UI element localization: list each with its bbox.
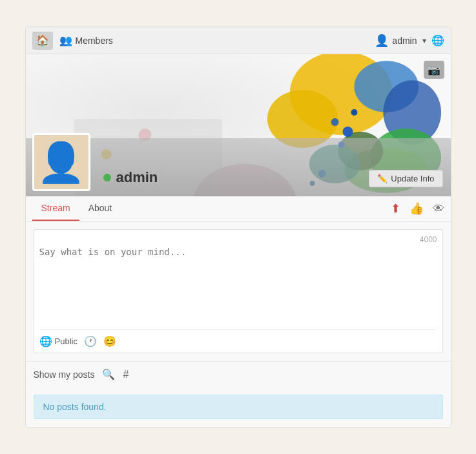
profile-bottom: 👤 admin ✏️ Update Info (26, 138, 451, 196)
privacy-label: Public (55, 336, 78, 346)
about-tab-label: About (88, 203, 112, 213)
update-info-button[interactable]: ✏️ Update Info (369, 170, 442, 187)
show-posts-row: Show my posts 🔍 # (26, 361, 451, 387)
globe-icon: 🌐 (39, 335, 52, 347)
page-wrapper: 🏠 👥 Members 👤 admin ▾ 🌐 (25, 26, 451, 428)
post-box: 4000 🌐 Public 🕐 😊 (34, 229, 443, 353)
profile-info: admin (103, 169, 158, 186)
post-toolbar: 🌐 Public 🕐 😊 (39, 329, 437, 347)
home-button[interactable]: 🏠 (32, 32, 53, 50)
no-posts-text: No posts found. (43, 402, 107, 412)
search-posts-icon[interactable]: 🔍 (102, 368, 115, 380)
update-info-label: Update Info (391, 174, 434, 183)
emoji-picker[interactable]: 😊 (103, 335, 116, 347)
members-icon: 👥 (59, 34, 72, 46)
post-section: 4000 🌐 Public 🕐 😊 (26, 222, 451, 361)
camera-icon: 📷 (428, 64, 440, 76)
nav-dropdown-icon[interactable]: ▾ (422, 36, 426, 45)
cover-area: 📷 👤 admin ✏️ Update Info (26, 54, 451, 196)
admin-avatar-icon: 👤 (375, 34, 389, 48)
home-icon: 🏠 (36, 34, 49, 46)
nav-right: 👤 admin ▾ 🌐 (375, 34, 444, 48)
svg-point-11 (331, 118, 338, 126)
nav-globe-icon[interactable]: 🌐 (431, 34, 444, 46)
emoji-icon: 😊 (103, 335, 116, 347)
tab-actions: ⬆ 👍 👁 (391, 201, 444, 216)
avatar-silhouette-icon: 👤 (37, 139, 85, 185)
activity-picker[interactable]: 🕐 (84, 335, 97, 347)
stream-tab-label: Stream (41, 203, 70, 213)
svg-point-12 (351, 109, 357, 116)
members-label: Members (76, 36, 113, 46)
profile-name: admin (116, 169, 158, 186)
show-my-posts-button[interactable]: Show my posts (34, 369, 95, 380)
view-icon[interactable]: 👁 (433, 202, 444, 216)
online-status-dot (103, 174, 111, 181)
profile-avatar: 👤 (32, 133, 90, 191)
tabs-row: Stream About ⬆ 👍 👁 (26, 196, 451, 222)
no-posts-message: No posts found. (34, 395, 443, 419)
hashtag-posts-icon[interactable]: # (123, 369, 129, 380)
top-nav: 🏠 👥 Members 👤 admin ▾ 🌐 (26, 27, 451, 54)
share-icon[interactable]: ⬆ (391, 201, 400, 216)
pencil-icon: ✏️ (377, 174, 388, 183)
like-icon[interactable]: 👍 (409, 201, 424, 216)
tab-stream[interactable]: Stream (32, 196, 79, 221)
show-my-posts-label: Show my posts (34, 369, 95, 380)
camera-button[interactable]: 📷 (424, 61, 444, 79)
no-posts-area: No posts found. (26, 387, 451, 427)
nav-members: 👥 Members (59, 34, 113, 46)
post-textarea[interactable] (39, 247, 437, 324)
char-count: 4000 (39, 235, 437, 244)
svg-point-9 (342, 127, 353, 137)
admin-label: admin (392, 36, 417, 46)
nav-admin[interactable]: 👤 admin (375, 34, 417, 48)
activity-icon: 🕐 (84, 335, 97, 347)
tab-about[interactable]: About (79, 196, 121, 221)
privacy-selector[interactable]: 🌐 Public (39, 335, 78, 347)
